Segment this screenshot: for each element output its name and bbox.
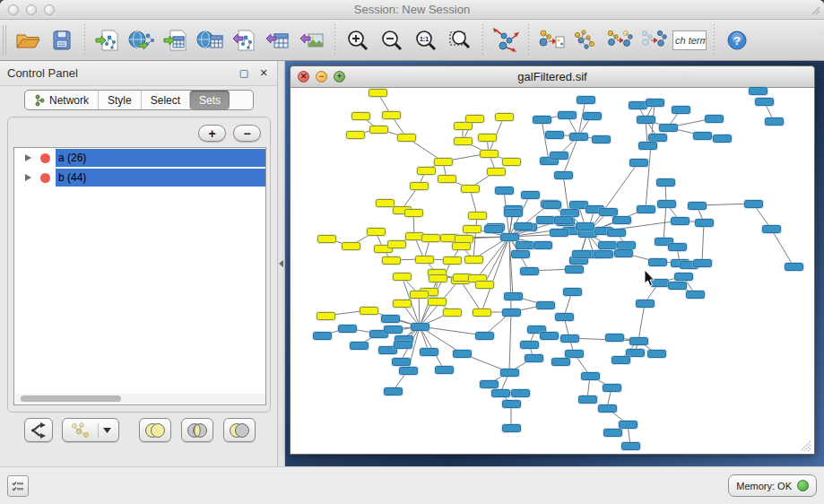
graph-node[interactable] — [672, 106, 690, 114]
graph-node[interactable] — [491, 389, 510, 397]
graph-node[interactable] — [599, 208, 618, 216]
graph-node[interactable] — [415, 256, 434, 264]
graph-node[interactable] — [629, 159, 648, 167]
difference-sets-button[interactable] — [223, 418, 256, 442]
horizontal-scrollbar[interactable] — [15, 394, 266, 404]
graph-node[interactable] — [592, 135, 611, 143]
graph-node[interactable] — [583, 112, 602, 120]
graph-node[interactable] — [465, 115, 484, 123]
graph-node[interactable] — [576, 222, 594, 230]
zoom-in-button[interactable] — [343, 25, 373, 56]
network-window[interactable]: ✕ − + galFiltered.sif — [290, 65, 815, 455]
graph-node[interactable] — [765, 117, 784, 126]
graph-node[interactable] — [502, 158, 521, 166]
graph-node[interactable] — [688, 202, 707, 210]
graph-node[interactable] — [502, 400, 521, 408]
graph-node[interactable] — [484, 225, 503, 233]
graph-node[interactable] — [421, 234, 440, 242]
graph-node[interactable] — [637, 116, 655, 124]
graph-node[interactable] — [382, 111, 401, 119]
graph-node[interactable] — [555, 313, 574, 321]
graph-node[interactable] — [392, 358, 411, 366]
network-window-titlebar[interactable]: ✕ − + galFiltered.sif — [291, 66, 814, 88]
graph-node[interactable] — [603, 429, 622, 437]
graph-node[interactable] — [648, 134, 667, 142]
network-canvas[interactable] — [291, 88, 814, 455]
graph-node[interactable] — [475, 332, 494, 340]
graph-node[interactable] — [317, 235, 336, 243]
graph-node[interactable] — [387, 240, 406, 248]
graph-node[interactable] — [536, 216, 555, 224]
graph-node[interactable] — [744, 200, 763, 208]
canvas-resize-grip-icon[interactable] — [797, 438, 811, 452]
export-image-button[interactable] — [297, 25, 327, 56]
graph-node[interactable] — [381, 315, 400, 323]
graph-node[interactable] — [686, 291, 705, 299]
add-set-button[interactable]: + — [198, 125, 226, 142]
graph-node[interactable] — [410, 182, 429, 190]
tab-network[interactable]: Network — [25, 91, 98, 109]
graph-node[interactable] — [384, 387, 403, 395]
graph-node[interactable] — [755, 98, 774, 106]
graph-node[interactable] — [429, 274, 447, 282]
apply-preferred-layout-button[interactable] — [490, 25, 521, 56]
graph-node[interactable] — [434, 158, 453, 166]
collapse-panel-icon[interactable] — [279, 260, 283, 267]
expander-triangle-icon[interactable] — [25, 174, 31, 181]
graph-node[interactable] — [454, 122, 473, 130]
graph-node[interactable] — [382, 256, 401, 265]
graph-node[interactable] — [674, 273, 693, 281]
graph-node[interactable] — [695, 219, 714, 227]
graph-node[interactable] — [577, 96, 595, 104]
graph-node[interactable] — [521, 191, 540, 199]
graph-node[interactable] — [461, 185, 480, 193]
graph-node[interactable] — [554, 171, 573, 179]
graph-node[interactable] — [435, 366, 454, 374]
graph-node[interactable] — [525, 354, 543, 362]
graph-node[interactable] — [705, 115, 724, 123]
zoom-selected-region-button[interactable] — [445, 25, 475, 56]
graph-node[interactable] — [554, 216, 573, 224]
graph-node[interactable] — [565, 265, 584, 274]
graph-node[interactable] — [420, 348, 438, 356]
graph-node[interactable] — [533, 116, 551, 124]
graph-node[interactable] — [565, 350, 584, 358]
graph-node[interactable] — [550, 152, 568, 160]
graph-node[interactable] — [629, 101, 647, 109]
graph-node[interactable] — [504, 209, 523, 217]
graph-node[interactable] — [404, 209, 423, 217]
graph-node[interactable] — [367, 228, 386, 236]
graph-node[interactable] — [410, 291, 429, 299]
import-table-from-url-button[interactable] — [195, 25, 225, 56]
graph-node[interactable] — [536, 301, 555, 309]
graph-node[interactable] — [520, 267, 539, 275]
search-input[interactable]: ch term — [672, 30, 707, 50]
graph-node[interactable] — [668, 282, 687, 290]
graph-node[interactable] — [369, 126, 388, 134]
graph-node[interactable] — [397, 134, 416, 142]
graph-node[interactable] — [551, 358, 570, 366]
graph-node[interactable] — [619, 421, 638, 429]
graph-node[interactable] — [478, 134, 497, 142]
graph-node[interactable] — [338, 325, 357, 333]
graph-node[interactable] — [360, 307, 378, 315]
import-table-from-file-button[interactable] — [160, 25, 191, 56]
graph-node[interactable] — [399, 367, 418, 375]
create-network-from-selection-button[interactable] — [536, 25, 567, 56]
graph-node[interactable] — [480, 380, 499, 388]
graph-node[interactable] — [540, 332, 559, 340]
graph-node[interactable] — [313, 332, 332, 340]
graph-node[interactable] — [454, 137, 473, 145]
graph-node[interactable] — [612, 216, 631, 224]
graph-node[interactable] — [578, 395, 597, 404]
memory-status-button[interactable]: Memory: OK — [728, 474, 817, 497]
graph-node[interactable] — [542, 201, 561, 209]
graph-node[interactable] — [614, 249, 633, 257]
tab-sets[interactable]: Sets — [189, 91, 230, 109]
graph-node[interactable] — [504, 292, 523, 300]
graph-node[interactable] — [516, 241, 534, 249]
graph-node[interactable] — [693, 259, 712, 267]
graph-node[interactable] — [376, 199, 395, 207]
graph-node[interactable] — [443, 308, 462, 317]
graph-node[interactable] — [572, 250, 591, 258]
